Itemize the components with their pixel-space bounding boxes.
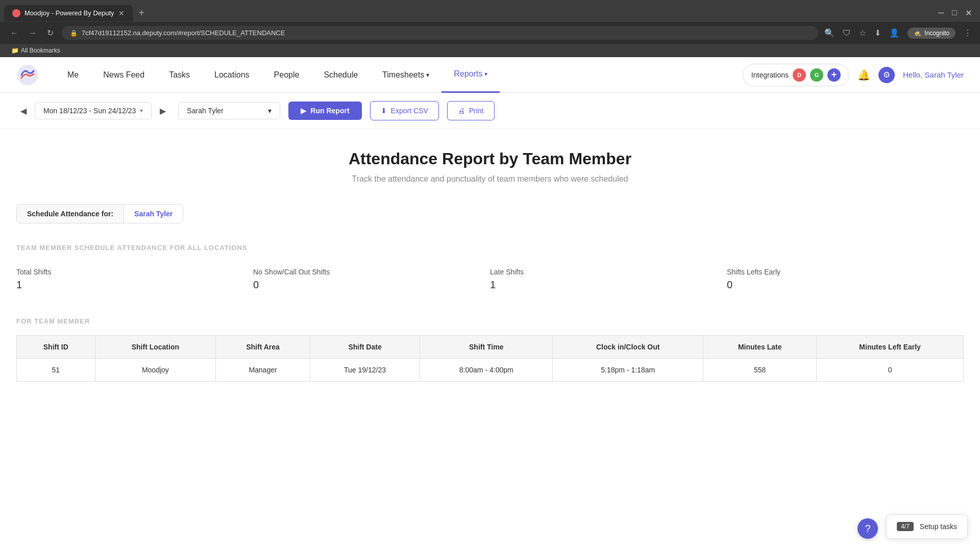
table-row: 51 Moodjoy Manager Tue 19/12/23 8:00am -… bbox=[17, 359, 964, 382]
tab-title: Moodjoy - Powered By Deputy bbox=[24, 9, 114, 17]
stat-total-shifts-label: Total Shifts bbox=[16, 268, 253, 276]
url-text: 7cf47d19112152.na.deputy.com/#report/SCH… bbox=[82, 29, 285, 37]
cell-shift-id: 51 bbox=[17, 359, 95, 382]
table-header: Shift ID Shift Location Shift Area Shift… bbox=[17, 336, 964, 359]
greeting-prefix: Hello, bbox=[903, 70, 925, 79]
reports-dropdown-arrow: ▾ bbox=[484, 70, 487, 78]
attendance-table: Shift ID Shift Location Shift Area Shift… bbox=[16, 335, 964, 382]
stat-late-shifts-label: Late Shifts bbox=[490, 268, 727, 276]
col-shift-location: Shift Location bbox=[95, 336, 216, 359]
person-select-arrow: ▾ bbox=[268, 107, 272, 115]
setup-tasks-badge: 4/7 bbox=[897, 522, 914, 531]
timesheets-dropdown-arrow: ▾ bbox=[426, 71, 429, 79]
close-button[interactable]: ✕ bbox=[965, 8, 972, 18]
stat-no-show-label: No Show/Call Out Shifts bbox=[253, 268, 490, 276]
print-label: Print bbox=[469, 107, 484, 115]
filter-label: Schedule Attendance for: bbox=[17, 205, 124, 223]
stat-total-shifts-value: 1 bbox=[16, 279, 253, 291]
new-tab-button[interactable]: + bbox=[135, 5, 149, 21]
person-select[interactable]: Sarah Tyler ▾ bbox=[178, 102, 280, 119]
setup-tasks-widget[interactable]: 4/7 Setup tasks bbox=[886, 514, 968, 539]
col-shift-id: Shift ID bbox=[17, 336, 95, 359]
export-icon: ⬇ bbox=[381, 107, 387, 115]
filter-value: Sarah Tyler bbox=[124, 205, 183, 223]
col-shift-area: Shift Area bbox=[216, 336, 310, 359]
back-button[interactable]: ← bbox=[8, 27, 20, 40]
stat-late-shifts-value: 1 bbox=[490, 279, 727, 291]
cell-shift-location: Moodjoy bbox=[95, 359, 216, 382]
print-button[interactable]: 🖨 Print bbox=[447, 101, 495, 120]
shield-icon[interactable]: 🛡 bbox=[843, 29, 851, 38]
col-shift-time: Shift Time bbox=[420, 336, 553, 359]
for-member-section-title: FOR TEAM MEMBER bbox=[16, 317, 964, 325]
minimize-button[interactable]: ─ bbox=[938, 8, 944, 18]
nav-right: Integrations D G + 🔔 ⚙ Hello, Sarah Tyle… bbox=[743, 64, 964, 86]
lock-icon: 🔒 bbox=[70, 30, 78, 37]
nav-news-feed[interactable]: News Feed bbox=[91, 57, 157, 93]
notifications-bell-icon[interactable]: 🔔 bbox=[857, 69, 870, 81]
export-csv-button[interactable]: ⬇ Export CSV bbox=[370, 101, 439, 120]
user-greeting[interactable]: Hello, Sarah Tyler bbox=[903, 70, 964, 79]
cell-clock-in-out: 5:18pm - 1:18am bbox=[553, 359, 703, 382]
cell-minutes-late: 558 bbox=[703, 359, 817, 382]
address-bar-input[interactable]: 🔒 7cf47d19112152.na.deputy.com/#report/S… bbox=[62, 26, 818, 40]
app-logo[interactable] bbox=[16, 64, 39, 86]
nav-tasks[interactable]: Tasks bbox=[157, 57, 202, 93]
date-range-picker[interactable]: Mon 18/12/23 - Sun 24/12/23 ▾ bbox=[35, 102, 152, 119]
nav-locations[interactable]: Locations bbox=[202, 57, 262, 93]
profile-icon[interactable]: 👤 bbox=[889, 28, 899, 38]
next-date-button[interactable]: ▶ bbox=[156, 104, 170, 118]
report-subtitle: Track the attendance and punctuality of … bbox=[16, 174, 964, 184]
nav-people[interactable]: People bbox=[262, 57, 312, 93]
run-report-button[interactable]: ▶ Run Report bbox=[288, 102, 361, 120]
nav-reports[interactable]: Reports ▾ bbox=[442, 57, 500, 93]
nav-items: Me News Feed Tasks Locations People Sche… bbox=[55, 57, 743, 93]
nav-schedule[interactable]: Schedule bbox=[311, 57, 370, 93]
setup-tasks-label: Setup tasks bbox=[920, 522, 957, 531]
nav-timesheets[interactable]: Timesheets ▾ bbox=[370, 57, 442, 93]
stat-left-early-label: Shifts Lefts Early bbox=[727, 268, 964, 276]
incognito-button[interactable]: 🕵 Incognito bbox=[908, 28, 955, 39]
bookmark-star-icon[interactable]: ☆ bbox=[859, 28, 866, 38]
cell-shift-date: Tue 19/12/23 bbox=[310, 359, 420, 382]
stats-grid: Total Shifts 1 No Show/Call Out Shifts 0… bbox=[16, 262, 964, 297]
tab-close-button[interactable]: ✕ bbox=[118, 9, 125, 17]
stat-total-shifts: Total Shifts 1 bbox=[16, 262, 253, 297]
bookmark-item[interactable]: 📁 All Bookmarks bbox=[8, 46, 63, 55]
date-range-text: Mon 18/12/23 - Sun 24/12/23 bbox=[43, 107, 136, 115]
integration-avatar-2: G bbox=[810, 68, 823, 82]
integration-add-avatar: + bbox=[827, 68, 841, 82]
col-clock-in-out: Clock in/Clock Out bbox=[553, 336, 703, 359]
integrations-button[interactable]: Integrations D G + bbox=[743, 64, 849, 86]
refresh-button[interactable]: ↻ bbox=[45, 26, 56, 40]
stat-late-shifts: Late Shifts 1 bbox=[490, 262, 727, 297]
greeting-name: Sarah Tyler bbox=[925, 70, 964, 79]
cell-minutes-left-early: 0 bbox=[817, 359, 964, 382]
forward-button[interactable]: → bbox=[27, 27, 39, 40]
print-icon: 🖨 bbox=[458, 107, 465, 115]
nav-me[interactable]: Me bbox=[55, 57, 91, 93]
incognito-label: Incognito bbox=[924, 30, 949, 37]
download-icon[interactable]: ⬇ bbox=[874, 28, 881, 38]
date-range-arrow: ▾ bbox=[140, 107, 143, 114]
report-title: Attendance Report by Team Member bbox=[16, 149, 964, 168]
prev-date-button[interactable]: ◀ bbox=[16, 104, 31, 118]
person-select-value: Sarah Tyler bbox=[187, 107, 223, 115]
restore-button[interactable]: □ bbox=[952, 8, 957, 18]
stat-no-show: No Show/Call Out Shifts 0 bbox=[253, 262, 490, 297]
incognito-icon: 🕵 bbox=[914, 30, 921, 37]
settings-icon[interactable]: ⚙ bbox=[878, 67, 895, 83]
cell-shift-area: Manager bbox=[216, 359, 310, 382]
date-navigation: ◀ Mon 18/12/23 - Sun 24/12/23 ▾ ▶ bbox=[16, 102, 170, 119]
stat-no-show-value: 0 bbox=[253, 279, 490, 291]
report-content: Attendance Report by Team Member Track t… bbox=[0, 129, 980, 402]
schedule-filter: Schedule Attendance for: Sarah Tyler bbox=[16, 204, 183, 223]
col-shift-date: Shift Date bbox=[310, 336, 420, 359]
extensions-icon[interactable]: ⋮ bbox=[964, 28, 972, 38]
search-icon[interactable]: 🔍 bbox=[824, 28, 835, 38]
help-button[interactable]: ? bbox=[857, 518, 878, 539]
integration-avatar-1: D bbox=[793, 68, 806, 82]
browser-tab[interactable]: Moodjoy - Powered By Deputy ✕ bbox=[4, 5, 133, 21]
stat-left-early-value: 0 bbox=[727, 279, 964, 291]
report-toolbar: ◀ Mon 18/12/23 - Sun 24/12/23 ▾ ▶ Sarah … bbox=[0, 93, 980, 129]
